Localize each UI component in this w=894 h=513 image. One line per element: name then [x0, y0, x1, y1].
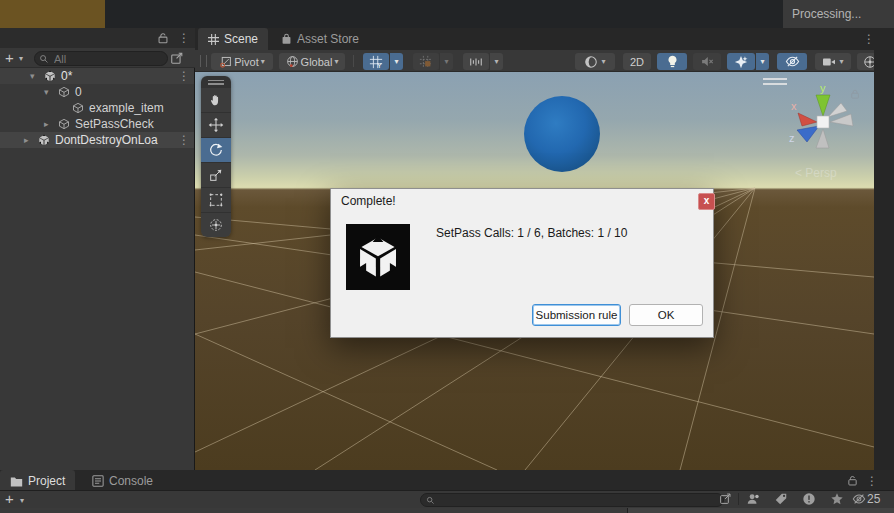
shading-mode-button[interactable]: ▾	[575, 53, 615, 70]
lightbulb-icon	[666, 55, 679, 69]
scale-tool-button[interactable]	[201, 163, 231, 188]
scene-menu-icon[interactable]: ⋮	[178, 133, 190, 147]
perspective-label[interactable]: < Persp	[795, 166, 837, 180]
grid-snap-caret[interactable]: ▾	[439, 53, 453, 70]
create-caret-icon[interactable]: ▾	[19, 54, 23, 63]
hierarchy-search[interactable]	[34, 51, 168, 66]
gameobject-icon	[58, 86, 70, 98]
scene-tab-menu-icon[interactable]: ⋮	[863, 32, 875, 46]
submission-rule-label: Submission rule	[536, 309, 618, 321]
project-menu-icon[interactable]: ⋮	[866, 474, 878, 488]
gameobject-name: 0	[75, 84, 82, 100]
effects-caret[interactable]: ▾	[755, 53, 769, 70]
dialog-title: Complete!	[341, 194, 396, 208]
search-popout-icon[interactable]	[719, 492, 732, 505]
rotate-tool-button[interactable]	[201, 138, 231, 163]
tab-project[interactable]: Project	[0, 470, 75, 492]
project-unlock-icon[interactable]	[846, 474, 859, 487]
rect-tool-icon	[208, 192, 224, 208]
unity-editor-window: Processing... ⋮ + ▾ ▾ 0* ⋮ ▾ 0	[0, 0, 894, 513]
warning-filter-icon[interactable]	[802, 492, 816, 506]
grid-icon	[208, 34, 219, 45]
processing-label: Processing...	[783, 7, 861, 21]
camera-caret-icon: ▾	[839, 57, 843, 66]
svg-text:Y: Y	[377, 62, 382, 69]
axis-z-label: z	[789, 132, 795, 144]
favorites-filter-icon[interactable]	[830, 492, 844, 506]
bottom-panel: Project Console ⋮ + ▾	[0, 470, 894, 513]
ruler-icon	[469, 55, 483, 69]
2d-toggle-button[interactable]: 2D	[623, 53, 651, 70]
create-button[interactable]: +	[5, 48, 14, 67]
submission-rule-button[interactable]: Submission rule	[532, 304, 621, 326]
hand-tool-button[interactable]	[201, 88, 231, 113]
tab-console[interactable]: Console	[82, 470, 163, 492]
project-search[interactable]	[420, 493, 724, 507]
audio-toggle-button[interactable]	[693, 53, 721, 70]
snap-increment-caret[interactable]: ▾	[489, 53, 503, 70]
search-icon	[39, 54, 49, 64]
hierarchy-row-scene[interactable]: ▾ 0* ⋮	[0, 68, 194, 84]
grid-visibility-caret[interactable]: ▾	[389, 53, 403, 70]
toolbar-separator	[353, 55, 354, 67]
ok-button[interactable]: OK	[629, 304, 703, 326]
pivot-icon	[219, 55, 232, 68]
dialog-close-button[interactable]: x	[698, 193, 715, 210]
foldout-open-icon[interactable]: ▾	[44, 84, 49, 100]
hidden-objects-button[interactable]	[777, 53, 807, 70]
scene-menu-icon[interactable]: ⋮	[178, 69, 190, 83]
processing-status: Processing...	[783, 0, 894, 28]
account-filter-icon[interactable]	[746, 492, 760, 506]
hierarchy-row-gameobject[interactable]: ▾ 0	[0, 84, 194, 100]
label-filter-icon[interactable]	[774, 492, 788, 506]
project-create-caret-icon[interactable]: ▾	[20, 496, 24, 505]
effects-toggle-button[interactable]	[727, 53, 755, 70]
grid-snap-button[interactable]	[413, 53, 439, 70]
top-strip	[0, 0, 894, 28]
project-search-input[interactable]	[439, 493, 718, 507]
hierarchy-panel: ⋮ + ▾ ▾ 0* ⋮ ▾ 0 example_item	[0, 28, 195, 470]
hierarchy-row-setpasscheck[interactable]: ▸ SetPassCheck	[0, 116, 194, 132]
foldout-closed-icon[interactable]: ▸	[24, 132, 29, 148]
foldout-closed-icon[interactable]: ▸	[44, 116, 49, 132]
overlay-drag-handle[interactable]	[201, 76, 231, 88]
console-icon	[92, 475, 104, 487]
scene-sphere-object[interactable]	[524, 96, 600, 172]
pivot-button[interactable]: Pivot ▾	[211, 53, 273, 70]
grid-y-icon: Y	[369, 55, 383, 69]
rect-tool-button[interactable]	[201, 188, 231, 213]
hierarchy-row-child[interactable]: example_item	[0, 100, 194, 116]
dialog-titlebar[interactable]: Complete! x	[331, 189, 713, 213]
unity-scene-icon	[38, 134, 50, 146]
project-create-button[interactable]: +	[5, 490, 14, 508]
grid-visibility-button[interactable]: Y	[363, 53, 389, 70]
shaded-sphere-icon	[584, 55, 598, 69]
shading-caret-icon: ▾	[601, 57, 605, 66]
tab-scene[interactable]: Scene	[198, 28, 268, 50]
camera-settings-button[interactable]: ▾	[815, 53, 851, 70]
hidden-count-icon[interactable]	[852, 492, 866, 506]
tab-asset-store[interactable]: Asset Store	[271, 28, 369, 50]
global-button[interactable]: Global ▾	[279, 53, 345, 70]
axis-y-label: y	[820, 82, 826, 94]
snap-increment-button[interactable]	[463, 53, 489, 70]
complete-dialog: Complete! x SetPass Calls: 1 / 6, Batche…	[330, 188, 714, 338]
unlock-icon[interactable]	[156, 31, 170, 45]
2d-label: 2D	[630, 56, 644, 68]
eye-off-icon	[785, 54, 800, 69]
foldout-open-icon[interactable]: ▾	[30, 68, 35, 84]
axis-x-label: x	[791, 100, 797, 112]
hierarchy-menu-icon[interactable]: ⋮	[178, 31, 190, 45]
ok-label: OK	[658, 309, 675, 321]
toolbar-drag-handle[interactable]	[200, 55, 207, 67]
transform-tool-button[interactable]	[201, 213, 231, 237]
hierarchy-row-dontdestroy[interactable]: ▸ DontDestroyOnLoa ⋮	[0, 132, 194, 148]
project-content-right	[628, 508, 894, 513]
move-tool-button[interactable]	[201, 113, 231, 138]
hierarchy-search-input[interactable]	[52, 52, 163, 66]
gameobject-name: SetPassCheck	[75, 116, 154, 132]
pop-out-icon[interactable]	[170, 51, 184, 65]
lighting-toggle-button[interactable]	[657, 53, 687, 70]
gizmo-lock-icon[interactable]	[849, 88, 861, 100]
hand-icon	[208, 92, 224, 108]
